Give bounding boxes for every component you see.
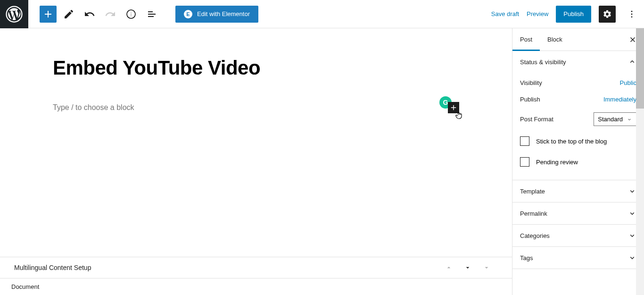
edit-with-elementor-button[interactable]: E Edit with Elementor	[175, 6, 258, 23]
tags-header[interactable]: Tags	[512, 247, 644, 269]
tags-title: Tags	[520, 254, 533, 261]
settings-sidebar: Post Block Status & visibility Visibilit…	[512, 28, 644, 295]
save-draft-button[interactable]: Save draft	[491, 10, 519, 17]
post-title-input[interactable]: Embed YouTube Video	[53, 57, 512, 79]
elementor-label: Edit with Elementor	[197, 10, 250, 17]
chevron-down-icon	[628, 253, 636, 262]
template-panel: Template	[512, 180, 644, 202]
permalink-title: Permalink	[520, 210, 547, 217]
pending-review-label: Pending review	[536, 159, 578, 166]
elementor-icon: E	[184, 10, 192, 18]
template-header[interactable]: Template	[512, 180, 644, 202]
post-format-value: Standard	[598, 116, 623, 123]
settings-button[interactable]	[599, 6, 616, 23]
template-title: Template	[520, 188, 545, 195]
panel-controls	[445, 264, 498, 271]
bottom-panels: Multilingual Content Setup Document	[0, 257, 512, 295]
add-block-toolbar-button[interactable]	[40, 6, 57, 23]
redo-icon	[105, 8, 116, 20]
plus-icon	[42, 8, 54, 20]
pencil-icon	[63, 8, 74, 20]
info-icon	[125, 8, 137, 20]
pending-review-checkbox[interactable]	[520, 157, 529, 167]
toolbar-left-group: E Edit with Elementor	[28, 6, 258, 23]
publish-label: Publish	[520, 96, 540, 103]
preview-button[interactable]: Preview	[527, 10, 548, 17]
categories-title: Categories	[520, 232, 550, 239]
chevron-up-icon	[628, 58, 636, 66]
chevron-up-icon[interactable]	[445, 264, 453, 271]
document-panel[interactable]: Document	[0, 278, 512, 295]
editor-canvas: Embed YouTube Video G Type / to choose a…	[0, 28, 512, 295]
wordpress-logo[interactable]	[0, 0, 28, 28]
gear-icon	[603, 9, 612, 19]
undo-button[interactable]	[81, 6, 98, 23]
scrollbar-thumb[interactable]	[636, 28, 644, 109]
post-format-row: Post Format Standard	[520, 108, 636, 131]
publish-value[interactable]: Immediately	[603, 96, 636, 103]
stick-top-row[interactable]: Stick to the top of the blog	[520, 131, 636, 152]
stick-top-checkbox[interactable]	[520, 136, 529, 146]
permalink-header[interactable]: Permalink	[512, 202, 644, 224]
post-format-label: Post Format	[520, 116, 553, 123]
redo-button[interactable]	[102, 6, 119, 23]
status-visibility-body: Visibility Public Publish Immediately Po…	[512, 73, 644, 180]
tags-panel: Tags	[512, 247, 644, 269]
scrollbar-track[interactable]	[636, 28, 644, 295]
stick-top-label: Stick to the top of the blog	[536, 138, 607, 145]
status-visibility-panel: Status & visibility Visibility Public Pu…	[512, 51, 644, 180]
visibility-value[interactable]: Public	[620, 79, 636, 86]
editor-content[interactable]: Embed YouTube Video G Type / to choose a…	[0, 28, 512, 257]
tab-post[interactable]: Post	[512, 28, 540, 51]
sidebar-tabs: Post Block	[512, 28, 644, 51]
visibility-label: Visibility	[520, 79, 542, 86]
multilingual-label: Multilingual Content Setup	[14, 264, 91, 271]
undo-icon	[84, 8, 95, 20]
post-format-select[interactable]: Standard	[594, 112, 636, 126]
tab-block[interactable]: Block	[540, 28, 570, 51]
svg-point-2	[631, 10, 633, 12]
chevron-down-icon	[628, 209, 636, 218]
document-label: Document	[11, 283, 39, 290]
status-visibility-title: Status & visibility	[520, 59, 566, 66]
top-toolbar: E Edit with Elementor Save draft Preview…	[0, 0, 644, 28]
more-vertical-icon	[627, 9, 636, 19]
details-button[interactable]	[123, 6, 140, 23]
categories-header[interactable]: Categories	[512, 225, 644, 246]
block-inserter-row: Type / to choose a block	[53, 102, 459, 113]
categories-panel: Categories	[512, 225, 644, 247]
toolbar-right-group: Save draft Preview Publish	[491, 6, 644, 23]
permalink-panel: Permalink	[512, 202, 644, 225]
svg-point-4	[631, 16, 633, 17]
pending-review-row[interactable]: Pending review	[520, 152, 636, 172]
status-visibility-header[interactable]: Status & visibility	[512, 51, 644, 73]
triangle-down-icon[interactable]	[483, 264, 490, 271]
chevron-down-icon	[628, 231, 636, 240]
wordpress-icon	[6, 6, 23, 23]
list-icon	[146, 8, 157, 20]
cursor-hand-icon	[454, 110, 464, 120]
edit-tools-button[interactable]	[60, 6, 77, 23]
more-options-button[interactable]	[623, 6, 640, 23]
chevron-down-icon[interactable]	[464, 264, 471, 271]
publish-row: Publish Immediately	[520, 91, 636, 108]
publish-button[interactable]: Publish	[556, 6, 591, 23]
svg-point-3	[631, 13, 633, 15]
chevron-down-icon	[628, 187, 636, 195]
outline-button[interactable]	[143, 6, 160, 23]
chevron-down-icon	[627, 117, 632, 122]
block-placeholder[interactable]: Type / to choose a block	[53, 103, 448, 112]
main-area: Embed YouTube Video G Type / to choose a…	[0, 28, 644, 295]
multilingual-panel[interactable]: Multilingual Content Setup	[0, 257, 512, 278]
visibility-row: Visibility Public	[520, 75, 636, 91]
